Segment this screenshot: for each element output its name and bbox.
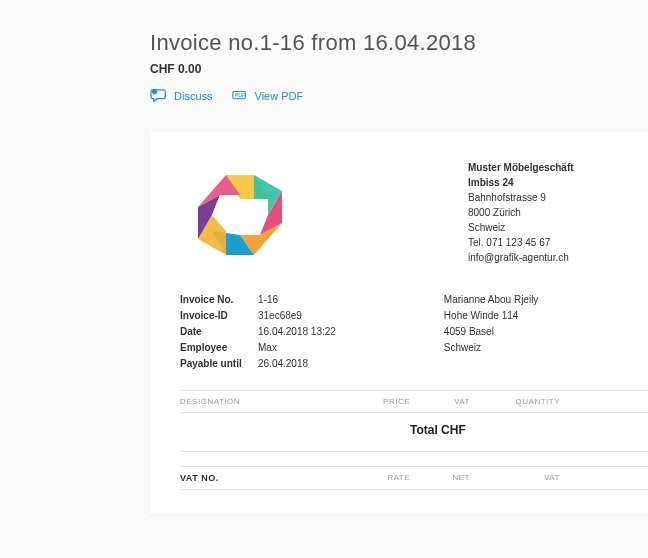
value-invoice-no: 1-16 [258,292,278,308]
label-payable: Payable until [180,356,258,372]
discuss-button[interactable]: Discuss [150,88,213,104]
col-total: TOTAL [560,397,648,406]
col-vat2: VAT [470,473,560,483]
speech-bubble-icon [150,88,168,104]
total-row: Total CHF 0.00 [180,413,648,452]
invoice-upper: Muster Möbelgeschäft Imbiss 24 Bahnhofst… [180,160,648,274]
col-designation: DESIGNATION [180,397,340,406]
svg-point-0 [152,89,157,94]
header: Invoice no.1-16 from 16.04.2018 CHF 0.00… [0,0,648,114]
recipient-street: Hohe Winde 114 [444,308,539,324]
invoice-meta: Invoice No.1-16 Invoice-ID31ec68e9 Date1… [180,292,648,372]
line-items-header: DESIGNATION PRICE VAT QUANTITY TOTAL [180,390,648,413]
recipient-name: Marianne Abou Rjeily [444,292,539,308]
value-invoice-id: 31ec68e9 [258,308,302,324]
amount-subtitle: CHF 0.00 [150,62,648,76]
col-rate: RATE [340,473,410,483]
value-payable: 26.04.2018 [258,356,308,372]
col-vat: VAT [410,397,470,406]
total-value: 0.00 [466,423,648,437]
svg-text:PDF: PDF [234,92,245,98]
page-frame: Invoice no.1-16 from 16.04.2018 CHF 0.00… [0,0,648,558]
vat-header: VAT NO. RATE NET VAT GROSS [180,466,648,490]
company-city: 8000 Zürich [468,205,574,220]
view-pdf-button[interactable]: PDF View PDF [231,88,304,104]
discuss-label: Discuss [174,90,213,102]
action-bar: Discuss PDF View PDF [150,88,648,104]
col-gross: GROSS [560,473,648,483]
invoice-card: Muster Möbelgeschäft Imbiss 24 Bahnhofst… [150,132,648,514]
label-date: Date [180,324,258,340]
total-label: Total CHF [410,423,466,437]
view-pdf-label: View PDF [255,90,304,102]
recipient-country: Schweiz [444,340,539,356]
company-email: info@grafik-agentur.ch [468,250,574,265]
label-invoice-id: Invoice-ID [180,308,258,324]
value-date: 16.04.2018 13:22 [258,324,336,340]
company-address: Muster Möbelgeschäft Imbiss 24 Bahnhofst… [468,160,574,274]
col-vatno: VAT NO. [180,473,340,483]
page-title: Invoice no.1-16 from 16.04.2018 [150,30,648,56]
company-street: Bahnhofstrasse 9 [468,190,574,205]
company-tel: Tel. 071 123 45 67 [468,235,574,250]
company-country: Schweiz [468,220,574,235]
pdf-icon: PDF [231,88,249,104]
recipient-city: 4059 Basel [444,324,539,340]
label-invoice-no: Invoice No. [180,292,258,308]
company-name: Muster Möbelgeschäft [468,160,574,175]
meta-left: Invoice No.1-16 Invoice-ID31ec68e9 Date1… [180,292,336,372]
value-employee: Max [258,340,277,356]
label-employee: Employee [180,340,258,356]
col-net: NET [410,473,470,483]
col-price: PRICE [340,397,410,406]
logo [180,160,360,274]
col-quantity: QUANTITY [470,397,560,406]
company-line2: Imbiss 24 [468,175,574,190]
recipient-block: Marianne Abou Rjeily Hohe Winde 114 4059… [444,292,539,372]
